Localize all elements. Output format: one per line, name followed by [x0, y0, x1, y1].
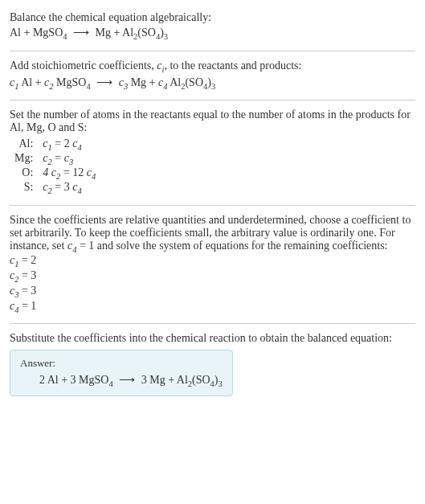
arrow-icon: ⟶: [96, 76, 112, 88]
coef-line: c4 = 1: [10, 300, 415, 314]
c2: c2: [44, 76, 53, 88]
c-var: c2: [10, 269, 18, 281]
c-var: c4: [10, 300, 18, 312]
mid: = 12: [60, 166, 86, 178]
so4-open: (SO: [137, 27, 156, 39]
section-atoms: Set the number of atoms in the reactants…: [10, 104, 415, 201]
section-solve: Since the coefficients are relative quan…: [10, 209, 415, 320]
problem-title: Balance the chemical equation algebraica…: [10, 11, 415, 24]
mgso4-term: MgSO: [54, 76, 87, 88]
divider: [10, 323, 415, 324]
mid: = 3: [52, 181, 72, 193]
val: = 1: [18, 300, 36, 312]
sub: 4: [92, 172, 96, 181]
text-a: Add stoichiometric coefficients,: [10, 59, 157, 72]
equation-cell: c2 = 3 c4: [38, 181, 100, 195]
answer-label: Answer:: [20, 357, 223, 370]
val: = 2: [18, 254, 36, 266]
sub: 4: [77, 143, 81, 152]
sub: 3: [69, 158, 73, 166]
so4-open: (SO: [185, 76, 203, 88]
answer-lhs: 2 Al + 3 MgSO: [39, 374, 108, 386]
answer-rhs: 3 Mg + Al: [141, 374, 188, 386]
element-label: S:: [10, 181, 38, 195]
coef-line: c3 = 3: [10, 285, 415, 299]
coef-line: c1 = 2: [10, 254, 415, 268]
eq-rhs: Mg + Al: [96, 27, 134, 39]
val: = 3: [18, 285, 36, 297]
al2-term: Al: [167, 76, 181, 88]
divider: [10, 205, 415, 206]
c4: c4: [158, 76, 167, 88]
sub-4: 4: [108, 379, 112, 387]
val: = 3: [18, 269, 36, 281]
coefficient-equation: c1 Al + c2 MgSO4 ⟶ c3 Mg + c4 Al2(SO4)3: [10, 76, 415, 91]
c1: c1: [10, 76, 18, 88]
mg-term: Mg +: [128, 76, 158, 88]
c-var: 4 c2: [43, 166, 60, 178]
sub: 4: [77, 186, 81, 195]
equation-cell: 4 c2 = 12 c4: [38, 166, 100, 181]
element-label: Mg:: [10, 152, 38, 166]
sub-4: 4: [86, 81, 90, 90]
arrow-icon: ⟶: [119, 374, 135, 386]
coefficients-text: Add stoichiometric coefficients, ci, to …: [10, 59, 415, 74]
c-var: c4: [87, 166, 96, 178]
table-row: S: c2 = 3 c4: [10, 181, 100, 195]
mid: =: [52, 152, 64, 164]
element-label: Al:: [10, 137, 38, 152]
unbalanced-equation: Al + MgSO4 ⟶ Mg + Al2(SO4)3: [10, 26, 415, 41]
equation-cell: c2 = c3: [38, 152, 100, 166]
c-var: c4: [72, 181, 81, 193]
table-row: Mg: c2 = c3: [10, 152, 100, 166]
intro-b: and solve the system of equations for th…: [94, 240, 387, 252]
coef-line: c2 = 3: [10, 269, 415, 284]
table-row: O: 4 c2 = 12 c4: [10, 166, 100, 181]
sub-3: 3: [219, 379, 223, 387]
solve-intro: Since the coefficients are relative quan…: [10, 214, 415, 254]
element-label: O:: [10, 166, 38, 181]
c-var: c1: [43, 137, 51, 150]
mid: = 2: [52, 137, 72, 150]
text-b: , to the reactants and products:: [164, 59, 301, 72]
c: 4 c: [43, 166, 56, 178]
sub-3: 3: [164, 32, 168, 41]
equation-cell: c1 = 2 c4: [38, 137, 100, 152]
divider: [10, 100, 415, 100]
eq-lhs: Al + MgSO: [10, 27, 63, 39]
section-coefficients: Add stoichiometric coefficients, ci, to …: [10, 55, 415, 97]
atoms-intro: Set the number of atoms in the reactants…: [10, 109, 415, 134]
so4-open: (SO: [192, 374, 210, 386]
c3: c3: [119, 76, 128, 88]
c-var: c4: [72, 137, 81, 150]
c-var: c3: [10, 285, 18, 297]
section-problem: Balance the chemical equation algebraica…: [10, 6, 415, 47]
atom-equations-table: Al: c1 = 2 c4 Mg: c2 = c3 O: 4 c2 = 12 c…: [10, 137, 100, 195]
divider: [10, 51, 415, 51]
c-var: c2: [43, 152, 51, 164]
balanced-equation: 2 Al + 3 MgSO4 ⟶ 3 Mg + Al2(SO4)3: [20, 373, 223, 388]
section-substitute: Substitute the coefficients into the che…: [10, 327, 415, 402]
eq1: = 1: [76, 240, 94, 252]
sub-3: 3: [211, 81, 215, 90]
arrow-icon: ⟶: [73, 27, 89, 39]
table-row: Al: c1 = 2 c4: [10, 137, 100, 152]
c-var: c3: [64, 152, 73, 164]
c-var: c2: [43, 181, 51, 193]
al-term: Al +: [18, 76, 44, 88]
c-var: c1: [10, 254, 18, 266]
substitute-text: Substitute the coefficients into the che…: [10, 332, 415, 345]
c4-var: c4: [67, 240, 76, 252]
sub-4: 4: [63, 32, 67, 41]
answer-box: Answer: 2 Al + 3 MgSO4 ⟶ 3 Mg + Al2(SO4)…: [10, 350, 233, 397]
